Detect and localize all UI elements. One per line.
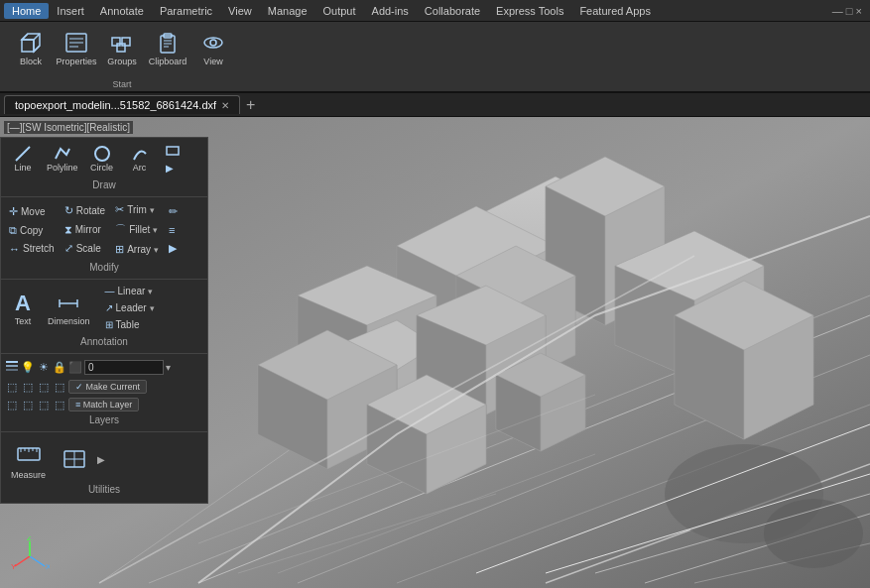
tab-close-btn[interactable]: ✕ — [221, 100, 229, 111]
tool-pencil[interactable]: ✏ — [165, 203, 182, 220]
layer-props-icon — [5, 359, 19, 375]
tool-more-modify[interactable]: ▶ — [165, 240, 182, 257]
array-label: Array — [127, 244, 151, 255]
ribbon-btn-clipboard-label: Clipboard — [149, 57, 187, 66]
linear-arrow: ▾ — [148, 287, 153, 296]
copy-icon: ⧉ — [9, 224, 17, 237]
tool-polyline[interactable]: Polyline — [43, 143, 82, 175]
tool-linear[interactable]: — Linear ▾ — [101, 284, 159, 298]
tool-arc[interactable]: Arc — [122, 143, 158, 175]
linear-icon: — — [105, 286, 115, 296]
tool-table[interactable]: ⊞ Table — [101, 317, 159, 332]
match-layer-btn[interactable]: ≡ Match Layer — [68, 398, 139, 412]
utilities-label: Utilities — [5, 482, 203, 499]
fillet-arrow: ▾ — [153, 225, 158, 235]
tab-dxf[interactable]: topoexport_modelin...51582_6861424.dxf ✕ — [4, 95, 240, 114]
ribbon-btn-block[interactable]: Block — [10, 28, 52, 68]
tool-move[interactable]: ✛ Move — [5, 203, 59, 220]
svg-line-72 — [30, 556, 45, 566]
layers-row3: ⬚ ⬚ ⬚ ⬚ ≡ Match Layer — [5, 397, 203, 412]
modify-label: Modify — [5, 260, 203, 277]
scale-label: Scale — [76, 243, 101, 254]
tool-line[interactable]: Line — [5, 143, 41, 175]
block-icon — [18, 30, 44, 56]
svg-line-4 — [34, 46, 40, 52]
ribbon-btn-view[interactable]: View — [192, 28, 234, 68]
tool-trim[interactable]: ✂ Trim ▾ — [111, 201, 163, 218]
text-icon: A — [15, 291, 31, 316]
menubar-home[interactable]: Home — [4, 3, 49, 19]
window-controls[interactable]: — □ × — [832, 5, 866, 17]
menubar-featuredapps[interactable]: Featured Apps — [571, 3, 659, 19]
svg-point-79 — [95, 147, 109, 161]
table-icon: ⊞ — [105, 319, 113, 330]
tool-lines-btn[interactable]: ≡ — [165, 222, 182, 238]
tool-text[interactable]: A Text — [5, 288, 41, 329]
tool-scale[interactable]: ⤢ Scale — [61, 240, 109, 257]
annotation-col-right: — Linear ▾ ↗ Leader ▾ ⊞ Table — [101, 284, 159, 332]
menubar-view[interactable]: View — [220, 3, 260, 19]
circle-icon — [93, 145, 111, 163]
menubar-annotate[interactable]: Annotate — [92, 3, 152, 19]
move-label: Move — [21, 206, 45, 217]
menubar-parametric[interactable]: Parametric — [152, 3, 220, 19]
menubar-insert[interactable]: Insert — [49, 3, 92, 19]
stretch-icon: ↔ — [9, 243, 20, 255]
ribbon-btn-view-label: View — [203, 57, 222, 66]
tool-array[interactable]: ⊞ Array ▾ — [111, 241, 163, 258]
view-icon — [200, 30, 226, 56]
make-current-btn[interactable]: ✓ Make Current — [68, 380, 147, 394]
tool-dimension[interactable]: Dimension — [43, 288, 95, 329]
fillet-icon: ⌒ — [115, 222, 126, 237]
tool-mirror[interactable]: ⧗ Mirror — [61, 221, 109, 238]
tool-stretch[interactable]: ↔ Stretch — [5, 241, 59, 257]
menubar-expresstools[interactable]: Express Tools — [488, 3, 571, 19]
modify-section: ✛ Move ⧉ Copy ↔ Stretch ↻ Rotate — [1, 197, 207, 280]
draw-extra-rect[interactable] — [162, 142, 184, 160]
menubar-collaborate[interactable]: Collaborate — [417, 3, 488, 19]
tool-copy[interactable]: ⧉ Copy — [5, 222, 59, 239]
ribbon-btn-clipboard[interactable]: Clipboard — [147, 28, 188, 68]
tool-fillet[interactable]: ⌒ Fillet ▾ — [111, 220, 163, 239]
utilities-more-btn[interactable]: ▶ — [97, 454, 105, 465]
table-label: Table — [116, 319, 140, 330]
new-tab-button[interactable]: + — [240, 96, 261, 114]
modify-col1: ✛ Move ⧉ Copy ↔ Stretch — [5, 203, 59, 257]
tool-circle[interactable]: Circle — [84, 143, 120, 175]
menubar-addins[interactable]: Add-ins — [364, 3, 417, 19]
menubar-output[interactable]: Output — [315, 3, 364, 19]
stretch-label: Stretch — [23, 243, 55, 254]
rotate-label: Rotate — [76, 205, 105, 216]
svg-line-2 — [22, 34, 28, 40]
layer-row2-icon3: ⬚ — [37, 381, 51, 394]
layer-row3-icon2: ⬚ — [21, 399, 35, 412]
tool-line-label: Line — [14, 163, 31, 173]
utilities-section: Measure ▶ Utilities — [1, 432, 207, 503]
tool-rotate[interactable]: ↻ Rotate — [61, 202, 109, 219]
leader-label: Leader — [116, 302, 147, 313]
tool-leader[interactable]: ↗ Leader ▾ — [101, 300, 159, 315]
layer-dropdown-arrow[interactable]: ▾ — [166, 362, 171, 373]
more-modify-icon: ▶ — [169, 242, 177, 255]
ribbon-btn-groups[interactable]: Groups — [101, 28, 143, 68]
toolbox-panel: Line Polyline Circle — [0, 137, 208, 504]
ribbon-btn-properties[interactable]: Properties — [56, 28, 97, 68]
ribbon-btn-block-label: Block — [20, 57, 42, 66]
tool-measure[interactable]: Measure — [5, 436, 52, 482]
tool-measure2[interactable] — [55, 441, 94, 477]
pencil-icon: ✏ — [169, 205, 178, 218]
layer-row2-icon1: ⬚ — [5, 381, 19, 394]
text-label: Text — [15, 316, 32, 326]
draw-more-btn[interactable]: ▶ — [162, 161, 184, 176]
tool-circle-label: Circle — [90, 163, 113, 173]
main-area: X Y Z Line Polyline — [0, 117, 870, 588]
modify-col2: ↻ Rotate ⧗ Mirror ⤢ Scale — [61, 202, 109, 257]
polyline-icon — [54, 145, 71, 163]
ribbon-group-start-label: Start — [112, 77, 131, 89]
ribbon: Block Properties — [0, 22, 870, 93]
annotation-label: Annotation — [5, 334, 203, 351]
layer-row2-icon4: ⬚ — [53, 381, 66, 394]
clipboard-icon — [155, 30, 181, 56]
menubar-manage[interactable]: Manage — [260, 3, 315, 19]
layer-name-input[interactable] — [84, 360, 164, 375]
